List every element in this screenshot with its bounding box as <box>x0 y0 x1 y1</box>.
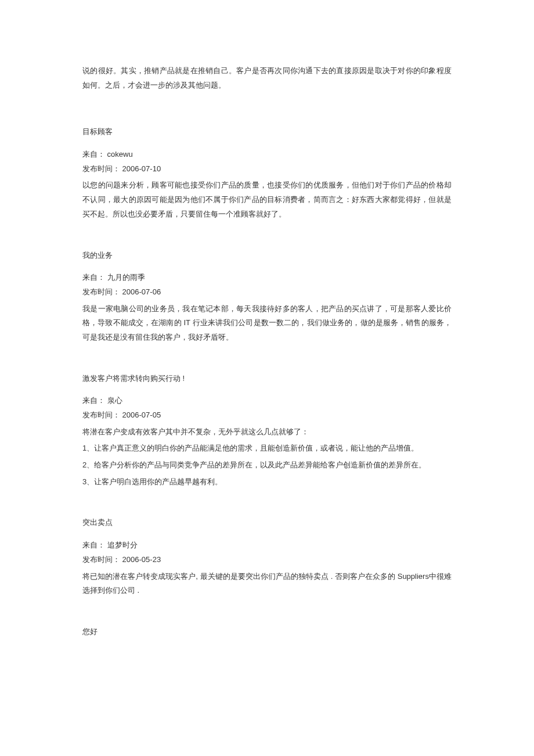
post-from: 来自： 泉心 <box>82 394 452 408</box>
posts-container: 目标顾客 来自： cokewu发布时间： 2006-07-10以您的问题来分析，… <box>82 125 452 639</box>
post-title: 突出卖点 <box>82 516 452 530</box>
post-title: 我的业务 <box>82 249 452 263</box>
post-meta: 来自： 追梦时分发布时间： 2006-05-23 <box>82 538 452 567</box>
post-date: 发布时间： 2006-07-05 <box>82 408 452 423</box>
post-from: 来自： 九月的雨季 <box>82 271 452 285</box>
post-paragraph: 3、让客户明白选用你的产品越早越有利。 <box>82 475 452 489</box>
post: 激发客户将需求转向购买行动 ! 来自： 泉心发布时间： 2006-07-05将潜… <box>82 372 452 489</box>
post-content: 将潜在客户变成有效客户其中并不复杂，无外乎就这么几点就够了：1、让客户真正意义的… <box>82 425 452 489</box>
post-paragraph: 1、让客户真正意义的明白你的产品能满足他的需求，且能创造新价值，或者说，能让他的… <box>82 441 452 456</box>
intro-paragraph: 说的很好。其实，推销产品就是在推销自己。客户是否再次同你沟通下去的直接原因是取决… <box>82 64 452 92</box>
post-meta: 来自： cokewu发布时间： 2006-07-10 <box>82 147 452 176</box>
post-paragraph: 2、给客户分析你的产品与同类竞争产品的差异所在，以及此产品差异能给客户创造新价值… <box>82 458 452 473</box>
post-paragraph: 我是一家电脑公司的业务员，我在笔记本部，每天我接待好多的客人，把产品的买点讲了，… <box>82 302 452 345</box>
post: 目标顾客 来自： cokewu发布时间： 2006-07-10以您的问题来分析，… <box>82 125 452 221</box>
post-content: 以您的问题来分析，顾客可能也接受你们产品的质量，也接受你们的优质服务，但他们对于… <box>82 178 452 221</box>
post-paragraph: 将潜在客户变成有效客户其中并不复杂，无外乎就这么几点就够了： <box>82 425 452 440</box>
post: 突出卖点 来自： 追梦时分发布时间： 2006-05-23将已知的潜在客户转变成… <box>82 516 452 597</box>
post-title: 激发客户将需求转向购买行动 ! <box>82 372 452 386</box>
post-date: 发布时间： 2006-07-10 <box>82 162 452 177</box>
post-meta: 来自： 泉心发布时间： 2006-07-05 <box>82 394 452 422</box>
post: 您好 <box>82 625 452 639</box>
post-from: 来自： cokewu <box>82 147 452 162</box>
post-meta: 来自： 九月的雨季发布时间： 2006-07-06 <box>82 271 452 299</box>
post-from: 来自： 追梦时分 <box>82 538 452 553</box>
post-date: 发布时间： 2006-05-23 <box>82 553 452 567</box>
post-title: 您好 <box>82 625 452 639</box>
post-paragraph: 以您的问题来分析，顾客可能也接受你们产品的质量，也接受你们的优质服务，但他们对于… <box>82 178 452 221</box>
post: 我的业务 来自： 九月的雨季发布时间： 2006-07-06我是一家电脑公司的业… <box>82 249 452 345</box>
post-date: 发布时间： 2006-07-06 <box>82 285 452 300</box>
document-page: 说的很好。其实，推销产品就是在推销自己。客户是否再次同你沟通下去的直接原因是取决… <box>0 0 534 701</box>
post-paragraph: 将已知的潜在客户转变成现实客户, 最关键的是要突出你们产品的独特卖点 . 否则客… <box>82 570 452 598</box>
post-content: 我是一家电脑公司的业务员，我在笔记本部，每天我接待好多的客人，把产品的买点讲了，… <box>82 302 452 345</box>
post-title: 目标顾客 <box>82 125 452 139</box>
post-content: 将已知的潜在客户转变成现实客户, 最关键的是要突出你们产品的独特卖点 . 否则客… <box>82 570 452 598</box>
